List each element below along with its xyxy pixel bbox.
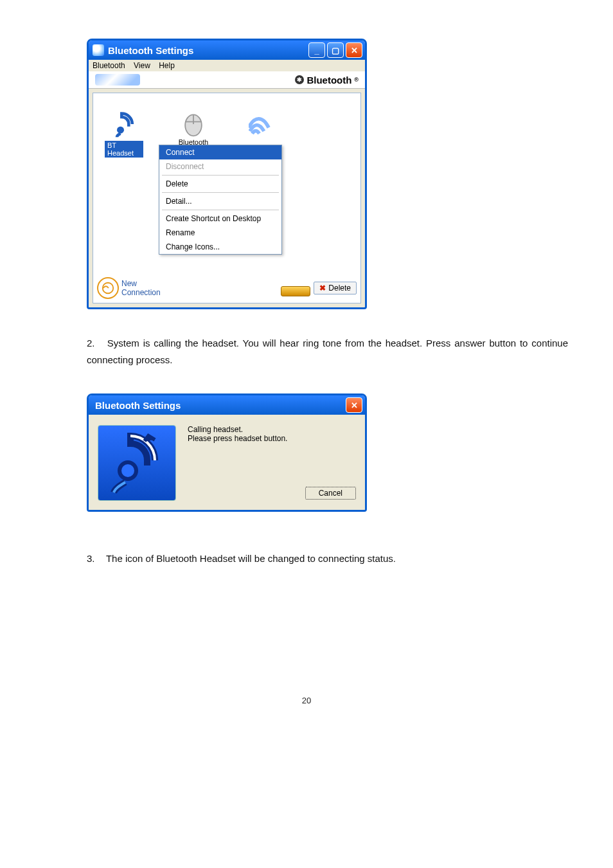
bluetooth-logo-icon: ✱ — [295, 75, 304, 84]
dialog-message-line1: Calling headset. — [188, 425, 356, 434]
menu-change-icons[interactable]: Change Icons... — [159, 240, 281, 254]
step-2-text: 2. System is calling the headset. You wi… — [87, 335, 568, 368]
dialog-message-line2: Please press headset button. — [188, 434, 356, 443]
window-title: Bluetooth Settings — [108, 45, 308, 56]
menubar: Bluetooth View Help — [89, 60, 365, 71]
headset-icon — [110, 110, 138, 138]
menu-detail[interactable]: Detail... — [159, 194, 281, 208]
device-bt-headset[interactable]: BT Headset — [105, 110, 143, 158]
menu-view[interactable]: View — [134, 61, 150, 70]
mouse-icon — [179, 110, 208, 138]
bluetooth-settings-window: Bluetooth Settings _ ▢ ✕ Bluetooth View … — [87, 39, 367, 309]
delete-x-icon: ✖ — [319, 284, 326, 293]
toolbar-row: New Connection ✖ Delete — [93, 277, 360, 299]
dialog-body: Calling headset. Please press headset bu… — [89, 415, 365, 510]
menu-rename[interactable]: Rename — [159, 226, 281, 240]
context-menu: Connect Disconnect Delete Detail... Crea… — [159, 145, 282, 255]
window-title: Bluetooth Settings — [95, 400, 346, 411]
headset-image — [98, 425, 176, 501]
brand-wave-decoration — [95, 74, 140, 86]
menu-disconnect: Disconnect — [159, 159, 281, 174]
step-3-text: 3. The icon of Bluetooth Headset will be… — [87, 550, 568, 567]
menu-separator — [162, 175, 279, 176]
app-icon — [93, 44, 104, 56]
page-number: 20 — [0, 696, 613, 705]
menu-separator — [162, 210, 279, 210]
titlebar[interactable]: Bluetooth Settings ✕ — [89, 395, 365, 415]
menu-separator — [162, 192, 279, 193]
device-label: BT Headset — [105, 141, 143, 158]
calling-headset-dialog: Bluetooth Settings ✕ Calling headset. Pl… — [87, 393, 367, 512]
menu-connect[interactable]: Connect — [159, 145, 281, 159]
maximize-button[interactable]: ▢ — [327, 42, 344, 58]
menu-help[interactable]: Help — [159, 61, 175, 70]
close-button[interactable]: ✕ — [346, 42, 362, 58]
menu-create-shortcut[interactable]: Create Shortcut on Desktop — [159, 212, 281, 226]
brand-label: ✱ Bluetooth® — [295, 75, 359, 86]
headset-large-icon — [105, 431, 169, 495]
menu-bluetooth[interactable]: Bluetooth — [93, 61, 125, 70]
svg-point-0 — [117, 127, 124, 134]
device-area: BT Headset Bluetooth Connect — [93, 93, 361, 303]
close-button[interactable]: ✕ — [346, 397, 362, 413]
new-connection-icon — [97, 277, 119, 299]
menu-delete[interactable]: Delete — [159, 177, 281, 191]
minimize-button[interactable]: _ — [308, 42, 325, 58]
new-connection-button[interactable]: New Connection — [97, 277, 161, 299]
signal-wave-icon — [249, 110, 277, 138]
titlebar[interactable]: Bluetooth Settings _ ▢ ✕ — [89, 41, 365, 60]
svg-point-6 — [121, 464, 134, 477]
delete-button[interactable]: ✖ Delete — [314, 282, 357, 294]
brand-row: ✱ Bluetooth® — [89, 71, 365, 89]
cancel-button[interactable]: Cancel — [305, 487, 356, 500]
